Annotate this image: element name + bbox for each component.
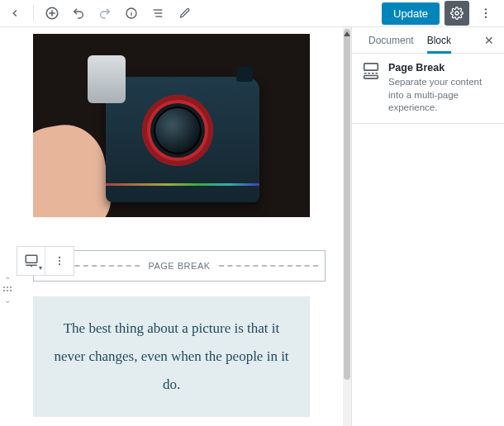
camera-lens-ring bbox=[142, 95, 213, 166]
image-block[interactable] bbox=[33, 34, 310, 217]
svg-point-15 bbox=[59, 257, 60, 258]
camera-stripe bbox=[106, 183, 259, 186]
chevron-down-icon: ▾ bbox=[39, 264, 42, 272]
block-info-body: Page Break Separate your content into a … bbox=[388, 62, 494, 115]
block-type-switcher[interactable]: ▾ bbox=[17, 247, 45, 275]
redo-button[interactable] bbox=[93, 2, 116, 25]
drag-handle-icon[interactable] bbox=[3, 286, 12, 295]
camera-viewfinder bbox=[236, 67, 253, 82]
block-movers: ⌃ ⌄ bbox=[0, 277, 16, 305]
camera-flash bbox=[88, 55, 126, 103]
main-area: ▾ ⌃ ⌄ PAGE BREAK The best thing about a … bbox=[0, 27, 504, 426]
toolbar-left bbox=[3, 2, 196, 25]
block-toolbar: ▾ bbox=[17, 246, 74, 276]
page-break-block[interactable]: PAGE BREAK bbox=[33, 250, 326, 282]
svg-rect-21 bbox=[364, 76, 378, 79]
quote-block[interactable]: The best thing about a picture is that i… bbox=[33, 296, 310, 417]
info-button[interactable] bbox=[120, 2, 143, 25]
editor-column: ▾ ⌃ ⌄ PAGE BREAK The best thing about a … bbox=[0, 27, 351, 426]
svg-marker-18 bbox=[344, 31, 350, 36]
page-break-line-right bbox=[219, 265, 318, 267]
toolbar-divider bbox=[33, 5, 34, 21]
sidebar-tabs: Document Block ✕ bbox=[352, 27, 504, 54]
svg-point-11 bbox=[485, 12, 487, 14]
editor-content: ▾ ⌃ ⌄ PAGE BREAK The best thing about a … bbox=[0, 27, 351, 426]
move-down-button[interactable]: ⌄ bbox=[4, 296, 11, 305]
top-toolbar: Update bbox=[0, 0, 504, 27]
more-menu-button[interactable] bbox=[474, 2, 497, 25]
edit-button[interactable] bbox=[173, 2, 196, 25]
tab-block[interactable]: Block bbox=[421, 27, 458, 53]
svg-point-16 bbox=[59, 260, 60, 262]
quote-text: The best thing about a picture is that i… bbox=[54, 320, 288, 392]
camera-lens bbox=[154, 106, 202, 154]
tab-document[interactable]: Document bbox=[362, 27, 421, 53]
sidebar: Document Block ✕ Page Break Separate you… bbox=[351, 27, 504, 426]
move-up-button[interactable]: ⌃ bbox=[4, 277, 11, 285]
svg-point-9 bbox=[455, 12, 459, 15]
outline-button[interactable] bbox=[146, 2, 169, 25]
svg-point-12 bbox=[485, 16, 487, 17]
svg-point-17 bbox=[59, 263, 60, 265]
svg-point-10 bbox=[485, 8, 487, 10]
back-button[interactable] bbox=[3, 2, 26, 25]
block-info-title: Page Break bbox=[388, 62, 494, 73]
svg-rect-13 bbox=[26, 255, 37, 263]
hand-illustration bbox=[33, 119, 116, 217]
toolbar-right: Update bbox=[382, 1, 497, 26]
sidebar-close-button[interactable]: ✕ bbox=[481, 31, 497, 50]
update-button[interactable]: Update bbox=[382, 2, 440, 25]
editor-scrollbar[interactable] bbox=[343, 27, 351, 426]
block-info-description: Separate your content into a multi-page … bbox=[388, 76, 494, 115]
page-break-icon bbox=[362, 62, 380, 80]
page-break-label: PAGE BREAK bbox=[140, 261, 218, 271]
block-info-card: Page Break Separate your content into a … bbox=[352, 54, 504, 124]
settings-button[interactable] bbox=[445, 1, 469, 26]
sidebar-collapse-icon[interactable] bbox=[342, 29, 352, 39]
scrollbar-thumb[interactable] bbox=[344, 29, 350, 380]
add-block-button[interactable] bbox=[40, 2, 64, 25]
svg-rect-19 bbox=[364, 64, 378, 70]
undo-button[interactable] bbox=[67, 2, 90, 25]
camera-illustration bbox=[106, 77, 259, 202]
block-more-button[interactable] bbox=[45, 247, 74, 275]
